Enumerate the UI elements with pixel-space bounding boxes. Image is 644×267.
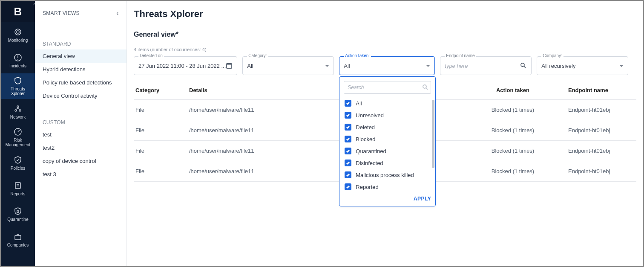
rail-expand-chevron-icon[interactable]: ›: [33, 1, 35, 6]
gauge-icon: [14, 128, 22, 136]
nav-monitoring[interactable]: Monitoring: [1, 22, 35, 48]
cell-action-taken: Blocked (1 times): [457, 168, 568, 174]
collapse-sidebar-icon[interactable]: ‹: [116, 9, 119, 17]
sv-item-test[interactable]: test: [35, 128, 126, 141]
chevron-down-icon: [619, 65, 624, 67]
nav-label: Companies: [7, 243, 29, 247]
dropdown-option-unresolved[interactable]: Unresolved: [344, 109, 430, 121]
checkbox-checked-icon: [345, 148, 351, 154]
dropdown-search-input[interactable]: [344, 81, 431, 94]
cell-category: File: [134, 148, 189, 154]
svg-point-1: [17, 31, 19, 33]
network-icon: [14, 104, 22, 113]
smartviews-title: SMART VIEWS: [43, 10, 80, 16]
svg-rect-10: [227, 64, 232, 68]
filter-label: Company:: [541, 53, 564, 58]
checkbox-checked-icon: [345, 100, 351, 107]
sv-item-test3[interactable]: test 3: [35, 168, 126, 181]
column-header-category[interactable]: Category: [134, 87, 189, 93]
filter-value: All: [247, 63, 322, 69]
checkbox-checked-icon: [345, 171, 351, 178]
filter-value: All: [344, 63, 423, 69]
scrollbar-thumb[interactable]: [432, 100, 434, 168]
report-icon: [14, 181, 22, 190]
page-title: Threats Xplorer: [134, 9, 636, 20]
nav-reports[interactable]: Reports: [1, 176, 35, 201]
svg-rect-8: [17, 211, 19, 212]
nav-label: Monitoring: [8, 38, 28, 43]
filter-endpoint-name[interactable]: Endpoint name type here: [440, 56, 532, 75]
dropdown-option-deleted[interactable]: Deleted: [344, 121, 430, 133]
filter-label: Detected on: [138, 53, 164, 58]
nav-incidents[interactable]: Incidents: [1, 48, 35, 73]
dropdown-option-malicious-process-killed[interactable]: Malicious process killed: [344, 169, 430, 181]
dropdown-option-quarantined[interactable]: Quarantined: [344, 145, 430, 157]
svg-rect-7: [15, 183, 20, 189]
filter-bar: Detected on 27 Jun 2022 11:00 - 28 Jun 2…: [134, 56, 636, 75]
nav-label: Network: [10, 115, 26, 119]
nav-label: Incidents: [9, 64, 26, 68]
cell-action-taken: Blocked (1 times): [457, 148, 568, 154]
search-icon: [422, 84, 428, 90]
sv-item-hybrid-detections[interactable]: Hybrid detections: [35, 63, 126, 76]
cell-endpoint: Endpoint-ht01ebj: [568, 148, 636, 154]
filter-label: Action taken:: [344, 53, 371, 58]
sv-item-general-view[interactable]: General view: [35, 49, 126, 63]
filter-category[interactable]: Category: All: [242, 56, 334, 75]
cell-endpoint: Endpoint-ht01ebj: [568, 107, 636, 113]
dropdown-option-list: All Unresolved Deleted Blocked: [344, 97, 431, 193]
filter-label: Endpoint name: [445, 53, 476, 58]
checkbox-checked-icon: [345, 124, 351, 131]
sv-item-test2[interactable]: test2: [35, 141, 126, 154]
svg-rect-9: [15, 235, 21, 240]
nav-companies[interactable]: Companies: [1, 227, 35, 252]
briefcase-icon: [14, 232, 22, 241]
search-icon: [520, 62, 527, 69]
filter-label: Category:: [247, 53, 268, 58]
sv-item-policy-rule-detections[interactable]: Policy rule-based detections: [35, 76, 126, 89]
nav-policies[interactable]: Policies: [1, 150, 35, 176]
nav-label: Policies: [11, 166, 25, 171]
cell-endpoint: Endpoint-ht01ebj: [568, 168, 636, 174]
checkbox-checked-icon: [345, 160, 351, 166]
option-label: Disinfected: [356, 160, 383, 166]
dropdown-option-disinfected[interactable]: Disinfected: [344, 157, 430, 169]
sv-section-standard: STANDARD: [35, 37, 126, 49]
smartviews-sidebar: SMART VIEWS ‹ STANDARD General view Hybr…: [35, 1, 127, 266]
nav-threats-xplorer[interactable]: Threats Xplorer: [1, 73, 35, 99]
filter-value: All recursively: [541, 63, 617, 69]
checkbox-checked-icon: [345, 112, 351, 119]
nav-quarantine[interactable]: Quarantine: [1, 201, 35, 227]
action-taken-dropdown: All Unresolved Deleted Blocked: [339, 76, 436, 206]
cell-action-taken: Blocked (1 times): [457, 127, 568, 134]
filter-placeholder: type here: [445, 63, 520, 69]
calendar-icon: [226, 62, 233, 69]
cell-category: File: [134, 127, 189, 134]
nav-network[interactable]: Network: [1, 99, 35, 125]
dropdown-option-reported[interactable]: Reported: [344, 181, 430, 193]
brand-logo: B ›: [1, 1, 35, 22]
nav-label: Reports: [10, 192, 25, 196]
dropdown-option-blocked[interactable]: Blocked: [344, 133, 430, 145]
filter-company[interactable]: Company: All recursively: [537, 56, 628, 75]
column-header-action-taken[interactable]: Action taken: [457, 87, 568, 93]
chevron-down-icon: [325, 65, 329, 67]
filter-value: 27 Jun 2022 11:00 - 28 Jun 2022 ...: [138, 63, 226, 69]
checkbox-checked-icon: [345, 136, 351, 142]
apply-button[interactable]: APPLY: [414, 196, 431, 202]
dropdown-option-all[interactable]: All: [344, 97, 430, 109]
alert-icon: [14, 53, 22, 62]
chevron-down-icon: [426, 65, 430, 67]
column-header-endpoint-name[interactable]: Endpoint name: [568, 87, 636, 93]
svg-point-3: [17, 106, 19, 107]
sv-item-device-control[interactable]: Device Control activity: [35, 89, 126, 102]
svg-point-12: [521, 63, 524, 67]
shield-check-icon: [14, 156, 22, 164]
svg-point-11: [423, 85, 426, 88]
nav-risk-management[interactable]: Risk Management: [1, 125, 35, 150]
sv-item-copy-device-control[interactable]: copy of device control: [35, 154, 126, 168]
filter-detected-on[interactable]: Detected on 27 Jun 2022 11:00 - 28 Jun 2…: [134, 56, 237, 75]
sv-section-custom: CUSTOM: [35, 115, 126, 128]
filter-action-taken[interactable]: Action taken: All All Unresolved: [339, 56, 435, 75]
option-label: All: [356, 100, 362, 107]
